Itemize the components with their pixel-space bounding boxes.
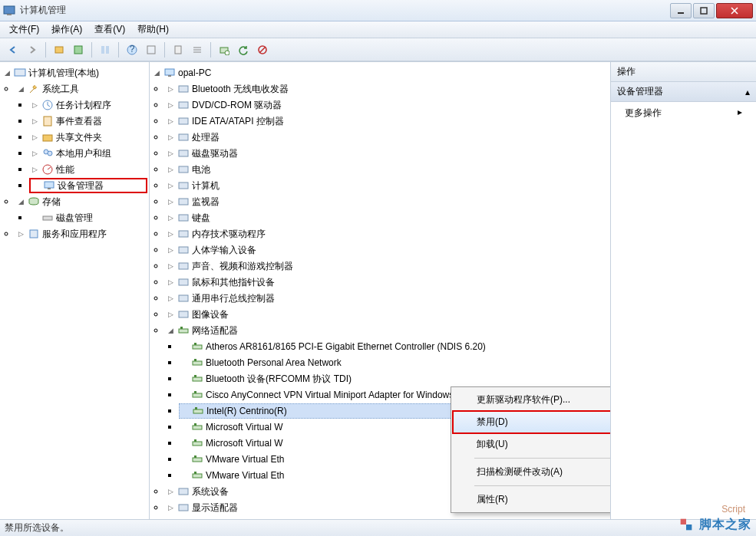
expand-icon[interactable]: ▷ [167, 278, 175, 287]
menu-properties[interactable]: 属性(R) [453, 488, 610, 511]
device-category[interactable]: ▷声音、视频和游戏控制器 [165, 258, 609, 274]
close-button[interactable] [716, 3, 753, 18]
tree-item[interactable]: ▷任务计划程序 [29, 97, 147, 113]
network-adapter-icon [191, 373, 203, 385]
device-category[interactable]: ▷DVD/CD-ROM 驱动器 [165, 97, 609, 113]
svg-rect-6 [55, 47, 63, 53]
forward-button[interactable] [24, 41, 41, 58]
context-menu: 更新驱动程序软件(P)... 禁用(D) 卸载(U) 扫描检测硬件改动(A) 属… [451, 386, 610, 513]
device-category[interactable]: ▷监视器 [165, 194, 609, 209]
expand-icon[interactable]: ▷ [167, 230, 175, 238]
device-category[interactable]: ▷IDE ATA/ATAPI 控制器 [165, 113, 609, 129]
expand-icon[interactable]: ▷ [167, 262, 175, 271]
device-category[interactable]: ▷处理器 [165, 130, 609, 145]
tree-device-manager[interactable]: ▷设备管理器 [29, 178, 147, 193]
device-category[interactable]: ▷图像设备 [165, 307, 609, 322]
category-icon [177, 163, 190, 176]
svg-rect-60 [194, 423, 196, 426]
tree-label: Microsoft Virtual W [206, 419, 282, 435]
tree-storage[interactable]: ◢ 存储 [15, 194, 147, 209]
tree-item[interactable]: ▷性能 [29, 162, 147, 177]
minimize-button[interactable] [670, 3, 692, 18]
expand-icon[interactable]: ▷ [167, 101, 175, 110]
device-category[interactable]: ▷人体学输入设备 [165, 242, 609, 258]
svg-rect-8 [101, 46, 104, 54]
tree-label: Bluetooth Personal Area Network [206, 355, 342, 370]
expand-icon[interactable]: ▷ [31, 150, 39, 158]
expand-icon[interactable]: ▷ [167, 246, 175, 255]
toolbar-icon[interactable] [70, 41, 87, 58]
maximize-button[interactable] [693, 3, 715, 18]
menu-disable[interactable]: 禁用(D) [453, 411, 610, 433]
expand-icon[interactable]: ▷ [31, 117, 39, 126]
expand-icon[interactable]: ▷ [167, 294, 175, 303]
svg-rect-40 [179, 215, 188, 221]
network-adapter-item[interactable]: ▷Bluetooth 设备(RFCOMM 协议 TDI) [179, 371, 609, 386]
tree-system-tools[interactable]: ◢ 系统工具 [15, 81, 147, 97]
menu-file[interactable]: 文件(F) [3, 21, 45, 38]
network-adapter-item[interactable]: ▷Bluetooth Personal Area Network [179, 355, 609, 370]
tree-item[interactable]: ▷磁盘管理 [29, 210, 147, 225]
toolbar-icon[interactable] [143, 41, 160, 58]
toolbar-icon[interactable] [189, 41, 206, 58]
tree-label: 电池 [192, 162, 210, 177]
expand-icon[interactable]: ▷ [31, 101, 39, 110]
collapse-icon[interactable]: ◢ [3, 69, 12, 77]
svg-rect-39 [179, 199, 188, 205]
toolbar-icon[interactable] [51, 41, 68, 58]
menu-view[interactable]: 查看(V) [88, 21, 131, 38]
expand-icon[interactable]: ▷ [167, 150, 175, 158]
menu-update-driver[interactable]: 更新驱动程序软件(P)... [453, 389, 610, 411]
device-category[interactable]: ▷鼠标和其他指针设备 [165, 275, 609, 290]
expand-icon[interactable]: ▷ [167, 311, 175, 319]
device-category[interactable]: ▷电池 [165, 162, 609, 177]
expand-icon[interactable]: ▷ [167, 504, 175, 512]
expand-icon[interactable]: ▷ [167, 85, 175, 94]
scan-hardware-icon[interactable] [216, 41, 233, 58]
device-category[interactable]: ▷内存技术驱动程序 [165, 226, 609, 242]
refresh-icon[interactable] [235, 41, 252, 58]
device-category-network[interactable]: ◢网络适配器 [165, 323, 609, 338]
tree-services[interactable]: ▷ 服务和应用程序 [15, 226, 147, 242]
titlebar: 计算机管理 [0, 0, 756, 21]
expand-icon[interactable]: ▷ [167, 133, 175, 142]
tree-item[interactable]: ▷共享文件夹 [29, 130, 147, 145]
tree-root[interactable]: ◢ 计算机管理(本地) [2, 65, 147, 81]
help-icon[interactable]: ? [124, 41, 140, 58]
collapse-icon[interactable]: ◢ [167, 327, 175, 335]
collapse-icon[interactable]: ◢ [17, 198, 25, 206]
device-category[interactable]: ▷磁盘驱动器 [165, 146, 609, 161]
disable-icon[interactable] [254, 41, 271, 58]
tree-label: 键盘 [192, 210, 210, 225]
expand-icon[interactable]: ▷ [167, 166, 175, 174]
device-category[interactable]: ▷Bluetooth 无线电收发器 [165, 81, 609, 97]
expand-icon[interactable]: ▷ [31, 166, 39, 174]
network-adapter-item[interactable]: ▷Atheros AR8161/8165 PCI-E Gigabit Ether… [179, 339, 609, 354]
device-category[interactable]: ▷键盘 [165, 210, 609, 225]
menu-action[interactable]: 操作(A) [45, 21, 88, 38]
tree-item[interactable]: ▷事件查看器 [29, 113, 147, 129]
expand-icon[interactable]: ▷ [31, 133, 39, 142]
device-root[interactable]: ◢ opal-PC [151, 65, 609, 81]
collapse-icon[interactable]: ◢ [17, 85, 25, 94]
back-button[interactable] [5, 41, 21, 58]
toolbar-icon[interactable] [97, 41, 114, 58]
collapse-icon[interactable]: ◢ [153, 69, 161, 77]
menu-help[interactable]: 帮助(H) [131, 21, 175, 38]
category-icon [177, 196, 190, 208]
expand-icon[interactable]: ▷ [167, 182, 175, 190]
expand-icon[interactable]: ▷ [167, 214, 175, 222]
more-actions[interactable]: 更多操作 ▸ [611, 102, 756, 124]
menu-uninstall[interactable]: 卸载(U) [453, 433, 610, 455]
expand-icon[interactable]: ▷ [17, 230, 25, 238]
menu-scan-hardware[interactable]: 扫描检测硬件改动(A) [453, 461, 610, 483]
actions-section[interactable]: 设备管理器 ▴ [611, 82, 756, 102]
toolbar-icon[interactable] [170, 41, 187, 58]
device-category[interactable]: ▷计算机 [165, 178, 609, 193]
tree-item[interactable]: ▷本地用户和组 [29, 146, 147, 161]
device-category[interactable]: ▷通用串行总线控制器 [165, 291, 609, 306]
expand-icon[interactable]: ▷ [167, 198, 175, 206]
svg-rect-9 [106, 46, 109, 54]
expand-icon[interactable]: ▷ [167, 117, 175, 126]
expand-icon[interactable]: ▷ [167, 488, 175, 496]
